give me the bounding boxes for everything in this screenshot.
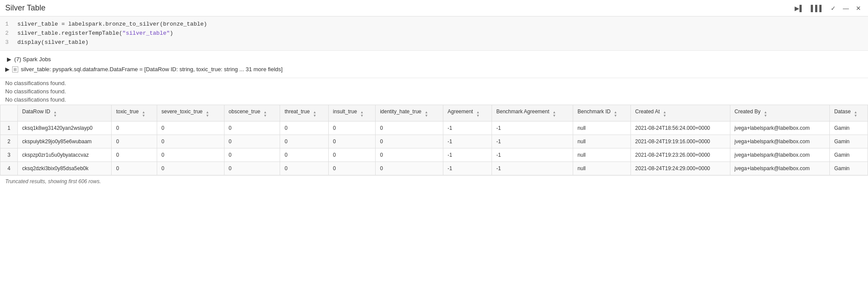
cell-toxic_true: 0 [112, 162, 157, 175]
no-classifications-block: No classifications found. No classificat… [0, 78, 868, 105]
schema-triangle: ▶ [5, 66, 10, 72]
col-header-benchmark-id[interactable]: Benchmark ID ▲▼ [573, 105, 631, 122]
table-header: DataRow ID ▲▼ toxic_true ▲▼ severe_toxic… [0, 105, 868, 122]
close-button[interactable]: ✕ [854, 4, 863, 13]
cell-created_by: jvega+labelspark@labelbox.com [730, 162, 830, 175]
cell-identity_hate_true: 0 [376, 148, 443, 162]
cell-benchmark_id: null [573, 148, 631, 162]
cell-datarow_id: cksq1k8wg31420yan2wslayp0 [18, 122, 112, 135]
sort-arrows-threat: ▲▼ [313, 111, 317, 118]
cell-created_at: 2021-08-24T18:56:24.000+0000 [630, 122, 730, 135]
col-header-agreement[interactable]: Agreement ▲▼ [443, 105, 492, 122]
table-row: 1cksq1k8wg31420yan2wslayp0000000-1-1null… [0, 122, 868, 135]
truncated-note: Truncated results, showing first 606 row… [0, 175, 868, 187]
col-header-obscene[interactable]: obscene_true ▲▼ [224, 105, 280, 122]
col-header-dataset[interactable]: Datase ▲▼ [830, 105, 868, 122]
cell-agreement: -1 [443, 162, 492, 175]
col-header-threat[interactable]: threat_true ▲▼ [280, 105, 328, 122]
no-class-3: No classifications found. [5, 96, 863, 104]
schema-text: silver_table: pyspark.sql.dataframe.Data… [21, 66, 283, 72]
col-header-toxic-true[interactable]: toxic_true ▲▼ [112, 105, 157, 122]
cell-insult_true: 0 [328, 148, 375, 162]
sort-arrows-insult: ▲▼ [360, 111, 364, 118]
cell-obscene_true: 0 [224, 135, 280, 148]
sort-arrows-toxic: ▲▼ [142, 111, 145, 118]
col-header-created-by[interactable]: Created By ▲▼ [730, 105, 830, 122]
col-header-severe-toxic[interactable]: severe_toxic_true ▲▼ [157, 105, 224, 122]
cell-header: Silver Table ▶▌ ▌▌▌ ✓ — ✕ [0, 0, 868, 16]
no-class-1: No classifications found. [5, 79, 863, 87]
table-row: 3ckspzp0zr1u5u0ybyataccvaz000000-1-1null… [0, 148, 868, 162]
cell-datarow_id: ckspuiybk29jo0y85e6wubaam [18, 135, 112, 148]
sort-arrows-obscene: ▲▼ [264, 111, 267, 118]
sort-arrows-identity: ▲▼ [425, 111, 428, 118]
cell-created_by: jvega+labelspark@labelbox.com [730, 135, 830, 148]
cell-toxic_true: 0 [112, 135, 157, 148]
cell-benchmark_id: null [573, 135, 631, 148]
output-section: ▶ (7) Spark Jobs ▶ ⊞ silver_table: pyspa… [0, 51, 868, 78]
cell-agreement: -1 [443, 148, 492, 162]
cell-obscene_true: 0 [224, 148, 280, 162]
spark-jobs-toggle[interactable]: ▶ (7) Spark Jobs [5, 54, 863, 64]
line-numbers: 1 2 3 [5, 20, 9, 47]
cell-created_at: 2021-08-24T19:19:16.000+0000 [630, 135, 730, 148]
cell-dataset: Gamin [830, 122, 868, 135]
cell-identity_hate_true: 0 [376, 135, 443, 148]
schema-line[interactable]: ▶ ⊞ silver_table: pyspark.sql.dataframe.… [5, 64, 863, 74]
cell-benchmark_id: null [573, 162, 631, 175]
cell-severe_toxic_true: 0 [157, 148, 224, 162]
cell-agreement: -1 [443, 122, 492, 135]
cell-row_num: 3 [0, 148, 18, 162]
cell-toxic_true: 0 [112, 122, 157, 135]
col-header-benchmark-agreement[interactable]: Benchmark Agreement ▲▼ [492, 105, 573, 122]
cell-benchmark_agreement: -1 [492, 122, 573, 135]
cell-row_num: 2 [0, 135, 18, 148]
col-header-created-at[interactable]: Created At ▲▼ [630, 105, 730, 122]
cell-row_num: 1 [0, 122, 18, 135]
cell-created_at: 2021-08-24T19:23:26.000+0000 [630, 148, 730, 162]
sort-arrows-created-by: ▲▼ [764, 111, 767, 118]
spark-jobs-label: ▶ (7) Spark Jobs [5, 56, 51, 63]
col-header-datarow-id[interactable]: DataRow ID ▲▼ [18, 105, 112, 122]
cell-insult_true: 0 [328, 162, 375, 175]
code-cell: 1 2 3 silver_table = labelspark.bronze_t… [0, 16, 868, 51]
sort-arrows-severe: ▲▼ [206, 111, 209, 118]
cell-benchmark_agreement: -1 [492, 162, 573, 175]
cell-dataset: Gamin [830, 148, 868, 162]
code-line-1: silver_table = labelspark.bronze_to_silv… [17, 20, 863, 29]
col-header-identity-hate[interactable]: identity_hate_true ▲▼ [376, 105, 443, 122]
check-button[interactable]: ✓ [829, 4, 838, 13]
sort-arrows-created-at: ▲▼ [663, 111, 667, 118]
cell-threat_true: 0 [280, 135, 328, 148]
cell-row_num: 4 [0, 162, 18, 175]
data-table: DataRow ID ▲▼ toxic_true ▲▼ severe_toxic… [0, 105, 868, 175]
cell-dataset: Gamin [830, 135, 868, 148]
cell-severe_toxic_true: 0 [157, 122, 224, 135]
col-header-rownum [0, 105, 18, 122]
table-section: DataRow ID ▲▼ toxic_true ▲▼ severe_toxic… [0, 105, 868, 175]
chart-button[interactable]: ▌▌▌ [809, 4, 825, 13]
sort-arrows-agreement: ▲▼ [476, 111, 480, 118]
no-class-2: No classifications found. [5, 87, 863, 96]
code-line-3: display(silver_table) [17, 38, 863, 47]
cell-obscene_true: 0 [224, 162, 280, 175]
sort-arrows-dataset: ▲▼ [854, 111, 857, 118]
table-row: 2ckspuiybk29jo0y85e6wubaam000000-1-1null… [0, 135, 868, 148]
col-header-insult[interactable]: insult_true ▲▼ [328, 105, 375, 122]
table-icon: ⊞ [12, 66, 18, 72]
cell-benchmark_agreement: -1 [492, 135, 573, 148]
sort-arrows-benchmark-agreement: ▲▼ [552, 111, 556, 118]
cell-severe_toxic_true: 0 [157, 135, 224, 148]
table-body: 1cksq1k8wg31420yan2wslayp0000000-1-1null… [0, 122, 868, 175]
cell-insult_true: 0 [328, 122, 375, 135]
dash-button[interactable]: — [841, 4, 851, 13]
cell-threat_true: 0 [280, 122, 328, 135]
code-line-2: silver_table.registerTempTable("silver_t… [17, 29, 863, 38]
cell-toxic_true: 0 [112, 148, 157, 162]
cell-datarow_id: ckspzp0zr1u5u0ybyataccvaz [18, 148, 112, 162]
cell-identity_hate_true: 0 [376, 122, 443, 135]
sort-arrows-datarow: ▲▼ [53, 111, 57, 118]
cell-threat_true: 0 [280, 162, 328, 175]
run-button[interactable]: ▶▌ [793, 4, 805, 13]
table-row: 4cksq2dzki3bix0y85dsa5eb0k000000-1-1null… [0, 162, 868, 175]
